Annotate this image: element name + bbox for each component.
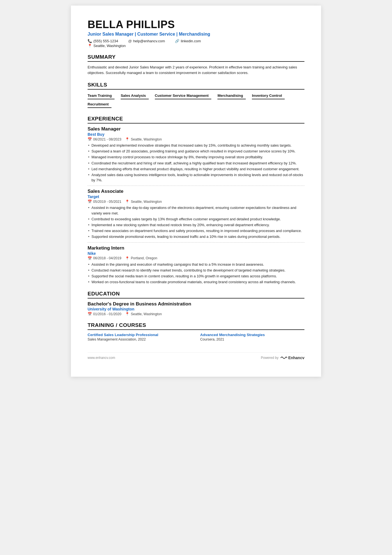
job-location-item: 📍 Seattle, Washington [125,137,162,141]
skill-item: Sales Analysis [121,92,149,99]
summary-heading: SUMMARY [88,54,304,62]
job-divider [88,186,304,186]
list-item: Supported the social media team in conte… [88,273,304,279]
location-icon: 📍 [125,137,130,141]
calendar-icon: 📅 [88,312,92,316]
skill-item: Team Training [88,92,115,99]
list-item: Developed and implemented innovative str… [88,143,304,148]
footer-url: www.enhancv.com [88,356,115,360]
email-contact: @ help@enhancv.com [128,39,165,43]
location-text: Seattle, Washington [93,44,126,48]
job-location-item: 📍 Seattle, Washington [125,199,162,204]
phone-number: (555) 555-1234 [93,39,118,43]
location-icon: 📍 [88,44,92,48]
job-dates-item: 📅 05/2019 - 05/2021 [88,199,121,204]
edu-location-item: 📍 Seattle, Washington [125,312,162,316]
training-name: Advanced Merchandising Strategies [200,333,304,337]
edu-location: Seattle, Washington [131,312,162,316]
candidate-name: BELLA PHILLIPS [88,19,304,31]
job-dates: 06/2021 - 08/2023 [93,137,121,141]
training-name: Certified Sales Leadership Professional [88,333,192,337]
list-item: Managed inventory control processes to r… [88,154,304,160]
location-row: 📍 Seattle, Washington [88,44,304,48]
job-location: Seattle, Washington [131,200,162,204]
skill-item: Merchandising [217,92,246,99]
resume-page: BELLA PHILLIPS Junior Sales Manager | Cu… [71,6,321,377]
company-name: Target [88,194,304,199]
job-meta: 📅 05/2019 - 05/2021 📍 Seattle, Washingto… [88,199,304,204]
edu-dates: 01/2016 - 01/2020 [93,312,121,316]
skill-item: Recruitment [88,101,111,108]
job-dates: 06/2018 - 04/2019 [93,256,121,260]
list-item: Supported storewide promotional events, … [88,234,304,239]
phone-icon: 📞 [88,39,92,43]
job-divider [88,242,304,243]
edu-meta: 📅 01/2016 - 01/2020 📍 Seattle, Washingto… [88,312,304,316]
job-location: Portland, Oregon [131,256,157,260]
bullet-list: Assisted in the planning and execution o… [88,262,304,285]
linkedin-url: linkedin.com [181,39,201,43]
education-section: EDUCATION Bachelor's Degree in Business … [88,291,304,316]
bullet-list: Developed and implemented innovative str… [88,143,304,183]
enhancv-logo-svg [280,356,287,360]
skills-heading: SKILLS [88,82,304,90]
job-entry: Marketing InternNike 📅 06/2018 - 04/2019… [88,245,304,285]
job-entry: Sales AssociateTarget 📅 05/2019 - 05/202… [88,189,304,239]
skill-item: Customer Service Management [155,92,212,99]
job-dates: 05/2019 - 05/2021 [93,200,121,204]
training-item: Certified Sales Leadership ProfessionalS… [88,333,192,341]
summary-text: Enthusiastic and devoted Junior Sales Ma… [88,65,304,76]
training-grid: Certified Sales Leadership ProfessionalS… [88,333,304,341]
list-item: Led merchandising efforts that enhanced … [88,166,304,172]
company-name: Best Buy [88,132,304,137]
job-meta: 📅 06/2018 - 04/2019 📍 Portland, Oregon [88,256,304,260]
job-location-item: 📍 Portland, Oregon [125,256,157,260]
edu-degree: Bachelor's Degree in Business Administra… [88,301,304,307]
phone-contact: 📞 (555) 555-1234 [88,39,118,43]
skills-list: Team TrainingSales AnalysisCustomer Serv… [88,92,304,110]
job-dates-item: 📅 06/2018 - 04/2019 [88,256,121,260]
list-item: Contributed to exceeding sales targets b… [88,216,304,222]
list-item: Worked on cross-functional teams to coor… [88,279,304,285]
page-footer: www.enhancv.com Powered by Enhancv [88,352,304,360]
list-item: Implemented a new stocking system that r… [88,222,304,228]
training-item: Advanced Merchandising StrategiesCourser… [200,333,304,341]
summary-section: SUMMARY Enthusiastic and devoted Junior … [88,54,304,76]
edu-location-icon: 📍 [125,312,130,316]
list-item: Trained new associates on department fun… [88,228,304,233]
training-org: Sales Management Association, 2022 [88,337,192,341]
list-item: Supervised a team of 20 associates, prov… [88,149,304,154]
edu-school: University of Washington [88,307,304,311]
calendar-icon: 📅 [88,137,92,141]
powered-by-text: Powered by [261,356,278,360]
email-icon: @ [128,39,132,43]
job-location: Seattle, Washington [131,137,162,141]
training-heading: TRAINING / COURSES [88,322,304,330]
candidate-title: Junior Sales Manager | Customer Service … [88,32,304,37]
enhancv-logo: Enhancv [280,356,304,360]
job-title: Sales Associate [88,189,304,194]
training-org: Coursera, 2021 [200,337,304,341]
bullet-list: Assisted in managing the day-to-day oper… [88,205,304,239]
link-icon: 🔗 [175,39,179,43]
list-item: Conducted market research to identify ne… [88,268,304,273]
location-contact: 📍 Seattle, Washington [88,44,126,48]
company-name: Nike [88,251,304,256]
skills-section: SKILLS Team TrainingSales AnalysisCustom… [88,82,304,110]
job-dates-item: 📅 06/2021 - 08/2023 [88,137,121,141]
header: BELLA PHILLIPS Junior Sales Manager | Cu… [88,19,304,48]
education-heading: EDUCATION [88,291,304,299]
experience-heading: EXPERIENCE [88,116,304,124]
job-title: Sales Manager [88,126,304,132]
list-item: Assisted in managing the day-to-day oper… [88,205,304,216]
skill-item: Inventory Control [252,92,285,99]
enhancv-brand: Enhancv [288,356,304,360]
contact-row: 📞 (555) 555-1234 @ help@enhancv.com 🔗 li… [88,39,304,43]
calendar-icon: 📅 [88,256,92,260]
linkedin-contact: 🔗 linkedin.com [175,39,201,43]
location-icon: 📍 [125,256,130,260]
edu-dates-item: 📅 01/2016 - 01/2020 [88,312,121,316]
email-address: help@enhancv.com [133,39,165,43]
training-section: TRAINING / COURSES Certified Sales Leade… [88,322,304,341]
job-meta: 📅 06/2021 - 08/2023 📍 Seattle, Washingto… [88,137,304,141]
